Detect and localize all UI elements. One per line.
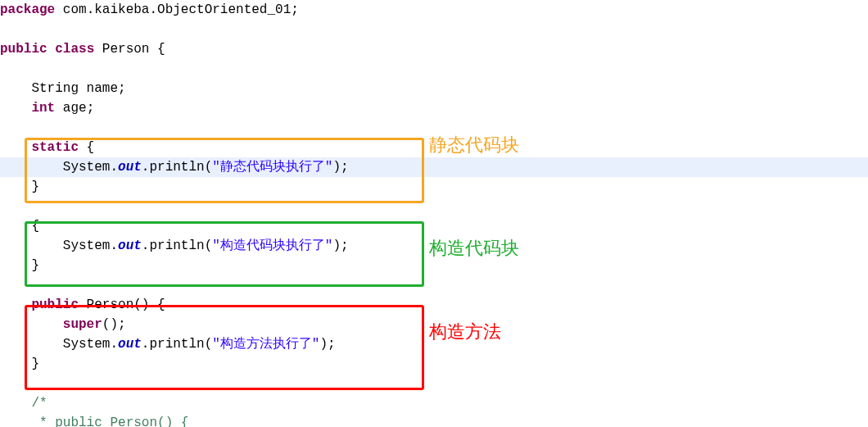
code-line: /* (0, 393, 868, 413)
annotation-static: 静态代码块 (429, 131, 519, 158)
code-line (0, 59, 868, 79)
code-line: * public Person() { (0, 413, 868, 427)
code-line: } (0, 354, 868, 374)
string-literal: "静态代码块执行了" (212, 160, 332, 175)
field-out: out (118, 160, 142, 175)
keyword-public: public (0, 42, 47, 57)
code-line: public class Person { (0, 39, 868, 59)
field-out: out (118, 238, 142, 253)
annotation-init: 构造代码块 (429, 234, 519, 261)
code-line: String name; (0, 79, 868, 98)
keyword-package: package (0, 2, 55, 17)
string-literal: "构造代码块执行了" (212, 238, 332, 253)
comment: /* (0, 396, 47, 411)
comment: * public Person() { (0, 416, 188, 427)
keyword-static: static (31, 140, 79, 155)
code-line (0, 197, 868, 216)
code-line-active: System.out.println("静态代码块执行了"); (0, 157, 868, 177)
code-line: int age; (0, 98, 868, 118)
keyword-public: public (31, 298, 79, 312)
string-literal: "构造方法执行了" (212, 337, 319, 352)
code-line (0, 275, 868, 295)
code-line: public Person() { (0, 295, 868, 315)
code-editor: package com.kaikeba.ObjectOriented_01; p… (0, 0, 868, 427)
field-out: out (118, 337, 142, 352)
code-line: } (0, 177, 868, 197)
code-line (0, 20, 868, 39)
annotation-constructor: 构造方法 (429, 318, 501, 345)
code-line: { (0, 216, 868, 236)
keyword-class: class (55, 42, 94, 57)
code-line: package com.kaikeba.ObjectOriented_01; (0, 0, 868, 20)
code-line (0, 374, 868, 393)
keyword-super: super (63, 317, 102, 332)
